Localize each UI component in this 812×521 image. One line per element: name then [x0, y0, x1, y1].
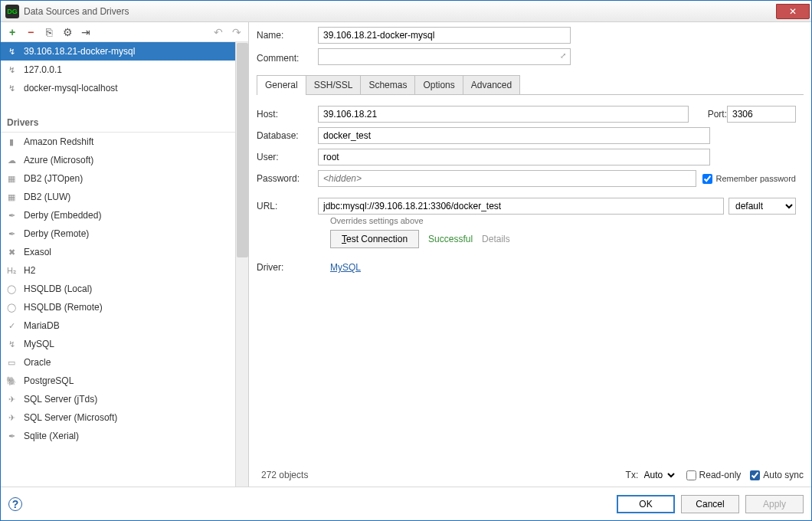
tab-sshssl[interactable]: SSH/SSL: [306, 75, 362, 94]
comment-label: Comment:: [257, 53, 318, 64]
remove-datasource-button[interactable]: −: [24, 25, 38, 39]
settings-button[interactable]: ⚙: [61, 25, 74, 39]
driver-icon: ✖: [5, 246, 18, 258]
url-input[interactable]: [318, 198, 724, 215]
comment-input[interactable]: [318, 48, 571, 65]
driver-label: Exasol: [24, 247, 51, 257]
driver-item[interactable]: ◯HSQLDB (Remote): [1, 298, 248, 316]
driver-icon: ✒: [5, 228, 18, 240]
driver-label: SQL Server (jTds): [24, 394, 97, 405]
connection-status: Successful: [428, 234, 473, 244]
driver-item[interactable]: ↯MySQL: [1, 335, 248, 353]
datasource-item[interactable]: ↯127.0.0.1: [1, 61, 248, 79]
driver-icon: ✒: [5, 430, 18, 442]
driver-item[interactable]: ▦DB2 (JTOpen): [1, 169, 248, 188]
window-close-button[interactable]: ✕: [776, 4, 810, 19]
driver-item[interactable]: ✒Sqlite (Xerial): [1, 427, 248, 445]
driver-icon: 🐘: [5, 375, 18, 387]
apply-button: Apply: [745, 495, 804, 513]
database-label: Database:: [257, 130, 318, 141]
driver-icon: ☁: [5, 154, 18, 166]
cancel-button[interactable]: Cancel: [681, 495, 739, 513]
driver-icon: ✒: [5, 209, 18, 221]
database-icon: ↯: [5, 45, 18, 57]
driver-icon: ▭: [5, 356, 18, 369]
tx-mode-select[interactable]: Auto: [641, 469, 677, 481]
url-hint: Overrides settings above: [330, 216, 804, 225]
left-scrollbar[interactable]: [235, 42, 248, 487]
driver-label: SQL Server (Microsoft): [24, 412, 117, 423]
import-button[interactable]: ⇥: [79, 25, 93, 39]
driver-item[interactable]: ✈SQL Server (jTds): [1, 390, 248, 408]
connection-details-link[interactable]: Details: [482, 234, 510, 244]
driver-icon: ◯: [5, 283, 18, 295]
driver-icon: ▮: [5, 136, 18, 148]
datasource-item[interactable]: ↯docker-mysql-localhost: [1, 79, 248, 97]
add-datasource-button[interactable]: +: [5, 25, 19, 39]
driver-item[interactable]: ✓MariaDB: [1, 316, 248, 335]
driver-label: DB2 (LUW): [24, 192, 70, 202]
driver-label: Azure (Microsoft): [24, 155, 93, 165]
driver-item[interactable]: ✈SQL Server (Microsoft): [1, 408, 248, 427]
autosync-checkbox[interactable]: Auto sync: [750, 470, 804, 480]
user-input[interactable]: [318, 149, 710, 165]
port-input[interactable]: [727, 106, 796, 123]
driver-item[interactable]: ▮Amazon Redshift: [1, 133, 248, 151]
driver-item[interactable]: H₂H2: [1, 261, 248, 280]
tab-advanced[interactable]: Advanced: [463, 75, 520, 94]
user-label: User:: [257, 152, 318, 162]
nav-forward-button[interactable]: ↷: [230, 25, 244, 39]
datasource-item[interactable]: ↯39.106.18.21-docker-mysql: [1, 42, 248, 61]
driver-icon: H₂: [5, 264, 18, 277]
ok-button[interactable]: OK: [617, 495, 675, 513]
driver-icon: ✈: [5, 393, 18, 405]
driver-item[interactable]: ▦DB2 (LUW): [1, 188, 248, 206]
object-count: 272 objects: [257, 470, 626, 480]
url-mode-select[interactable]: default: [729, 198, 796, 215]
tab-schemas[interactable]: Schemas: [360, 75, 415, 94]
driver-label: MariaDB: [24, 320, 60, 331]
password-input[interactable]: [318, 170, 696, 187]
driver-item[interactable]: ✒Derby (Remote): [1, 224, 248, 243]
datasource-label: docker-mysql-localhost: [24, 83, 118, 93]
driver-icon: ▦: [5, 191, 18, 203]
driver-icon: ▦: [5, 172, 18, 185]
name-input[interactable]: [318, 27, 571, 44]
nav-back-button[interactable]: ↶: [211, 25, 225, 39]
driver-icon: ↯: [5, 338, 18, 350]
driver-label: Derby (Remote): [24, 228, 89, 239]
host-input[interactable]: [318, 106, 689, 123]
driver-item[interactable]: ◯HSQLDB (Local): [1, 280, 248, 298]
host-label: Host:: [257, 109, 318, 120]
name-label: Name:: [257, 30, 318, 41]
driver-icon: ✈: [5, 411, 18, 424]
remember-password-checkbox[interactable]: Remember password: [702, 174, 796, 184]
driver-item[interactable]: 🐘PostgreSQL: [1, 372, 248, 390]
help-button[interactable]: ?: [8, 497, 22, 511]
test-connection-button[interactable]: Test Connection: [330, 230, 419, 248]
datasource-label: 127.0.0.1: [24, 64, 62, 75]
driver-label: HSQLDB (Local): [24, 283, 92, 294]
driver-item[interactable]: ☁Azure (Microsoft): [1, 151, 248, 169]
tab-options[interactable]: Options: [414, 75, 463, 94]
driver-item[interactable]: ✒Derby (Embedded): [1, 206, 248, 224]
driver-label: Oracle: [24, 357, 51, 368]
driver-icon: ◯: [5, 301, 18, 313]
database-icon: ↯: [5, 82, 18, 94]
driver-label: Driver:: [257, 262, 318, 273]
url-label: URL:: [257, 201, 318, 211]
driver-label: PostgreSQL: [24, 375, 74, 386]
tab-general[interactable]: General: [257, 75, 306, 94]
driver-item[interactable]: ▭Oracle: [1, 353, 248, 372]
database-input[interactable]: [318, 127, 710, 144]
readonly-checkbox[interactable]: Read-only: [686, 470, 742, 480]
drivers-header: Drivers: [1, 113, 248, 133]
copy-button[interactable]: ⎘: [42, 25, 56, 39]
window-title: Data Sources and Drivers: [24, 6, 776, 17]
database-icon: ↯: [5, 64, 18, 76]
driver-icon: ✓: [5, 319, 18, 332]
app-icon: DG: [5, 5, 19, 18]
driver-item[interactable]: ✖Exasol: [1, 243, 248, 261]
driver-link[interactable]: MySQL: [330, 262, 361, 273]
expand-icon[interactable]: ⤢: [560, 51, 566, 60]
